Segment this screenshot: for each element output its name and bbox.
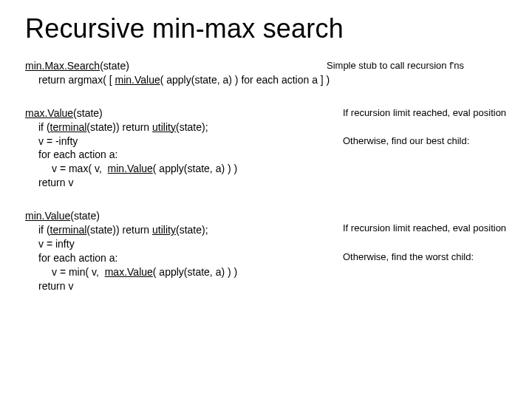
fn-arg: (state) <box>100 60 129 72</box>
fn-body-line: return argmax( [ min.Value( apply(state,… <box>25 73 514 87</box>
line-update: v = max( v, min.Value( apply(state, a) )… <box>25 162 514 176</box>
slide: Recursive min-max search Simple stub to … <box>0 0 532 399</box>
line-vinit: v = infty <box>25 237 514 251</box>
annotation-recursion-limit: If recursion limit reached, eval positio… <box>343 222 532 235</box>
line-if-terminal: if (terminal(state)) return utility(stat… <box>25 120 514 134</box>
annotation-stub: Simple stub to call recursion f'ns <box>327 59 497 72</box>
annotation-best-child: Otherwise, find our best child: <box>343 134 532 148</box>
text: ( apply(state, a) ) ) <box>153 266 237 278</box>
call-terminal: terminal <box>50 121 87 133</box>
call-maxvalue: max.Value <box>105 266 153 278</box>
call-minvalue: min.Value <box>115 74 160 86</box>
line-update: v = min( v, max.Value( apply(state, a) )… <box>25 265 514 279</box>
text: v = min( v, <box>52 266 105 278</box>
line-return: return v <box>25 176 514 190</box>
call-utility: utility <box>152 121 176 133</box>
annotation-worst-child: Otherwise, find the worst child: <box>343 250 532 264</box>
text: ( apply(state, a) ) ) <box>153 163 237 174</box>
call-terminal: terminal <box>50 224 87 236</box>
annotation-recursion-limit: If recursion limit reached, eval positio… <box>343 106 532 120</box>
text: (state)) return <box>86 121 152 133</box>
code-block-maxvalue: If recursion limit reached, eval positio… <box>25 106 514 190</box>
line-for: for each action a: <box>25 148 514 162</box>
text: (state); <box>176 121 208 133</box>
fn-name: max.Value <box>25 107 73 119</box>
text: if ( <box>38 121 50 133</box>
fn-arg: (state) <box>70 210 100 222</box>
line-return: return v <box>25 279 514 293</box>
text: if ( <box>38 224 50 236</box>
call-utility: utility <box>152 224 176 236</box>
text: (state)) return <box>86 224 152 236</box>
text: ( apply(state, a) ) for each action a ] … <box>160 74 330 86</box>
page-title: Recursive min-max search <box>25 13 514 44</box>
code-block-minmaxsearch: Simple stub to call recursion f'ns min.M… <box>25 59 514 87</box>
text: (state); <box>176 224 208 236</box>
text: v = max( v, <box>52 163 108 174</box>
fn-arg: (state) <box>73 107 103 119</box>
fn-name: min.Value <box>25 210 70 222</box>
text: return argmax( [ <box>38 74 115 86</box>
call-minvalue: min.Value <box>108 163 153 174</box>
code-block-minvalue: If recursion limit reached, eval positio… <box>25 209 514 293</box>
fn-name: min.Max.Search <box>25 60 100 72</box>
